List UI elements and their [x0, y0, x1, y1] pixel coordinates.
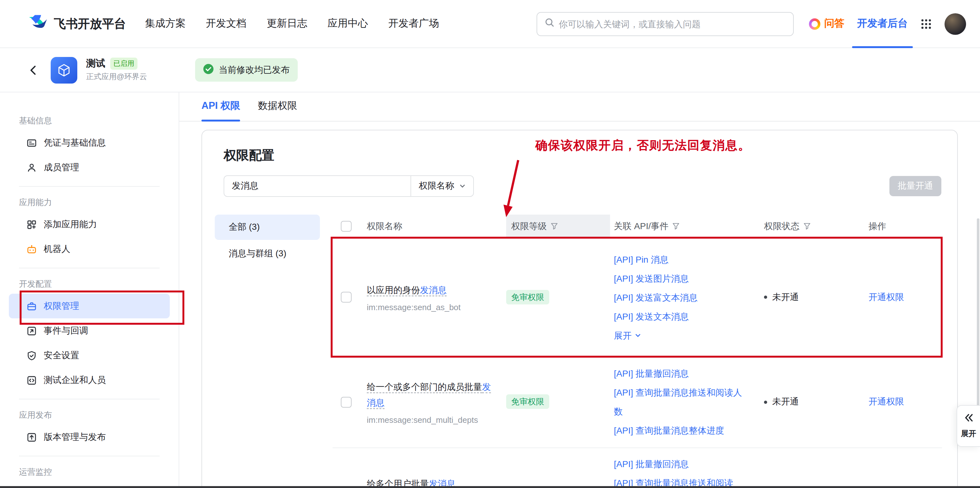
user-avatar[interactable] — [945, 13, 966, 35]
sidebar-divider — [19, 186, 160, 187]
app-meta: 测试 已启用 正式应用@环界云 — [86, 58, 147, 82]
api-link[interactable]: [API] 查询批量消息整体进度 — [614, 421, 743, 440]
nav-item-app-center[interactable]: 应用中心 — [328, 17, 368, 30]
permission-code: im:message:send_as_bot — [367, 303, 491, 312]
qa-link[interactable]: 问答 — [809, 17, 845, 30]
search-field-dropdown[interactable]: 权限名称 — [411, 175, 474, 197]
app-type-label: 正式应用@环界云 — [86, 71, 147, 82]
tab-api-permissions[interactable]: API 权限 — [202, 99, 240, 121]
sidebar-item-events[interactable]: 事件与回调 — [9, 318, 170, 343]
expand-apis-link[interactable]: 展开 — [614, 326, 743, 345]
qa-icon — [809, 18, 820, 29]
topnav-right-group: 问答 开发者后台 — [809, 0, 966, 48]
permission-name[interactable]: 以应用的身份发消息 — [367, 285, 447, 295]
sidebar-item-credentials[interactable]: 凭证与基础信息 — [9, 130, 170, 155]
header-actions: 操作 — [864, 215, 942, 238]
event-callback-icon — [27, 326, 37, 336]
chevron-down-icon — [459, 181, 466, 191]
window-bottom-edge — [0, 486, 980, 488]
feishu-logo[interactable]: 飞书开放平台 — [28, 14, 126, 34]
filter-icon[interactable] — [673, 221, 680, 231]
sidebar-item-version-release[interactable]: 版本管理与发布 — [9, 425, 170, 449]
open-permission-link[interactable]: 开通权限 — [869, 292, 904, 302]
open-permission-link[interactable]: 开通权限 — [869, 396, 904, 406]
category-filter: 全部 (3) 消息与群组 (3) — [215, 215, 320, 488]
sidebar-item-members[interactable]: 成员管理 — [9, 155, 170, 180]
sidebar-section-monitoring: 运营监控 — [19, 466, 170, 478]
level-badge: 免审权限 — [506, 290, 549, 304]
id-card-icon — [27, 138, 37, 148]
nav-item-developer-plaza[interactable]: 开发者广场 — [388, 17, 439, 30]
api-link[interactable]: [API] Pin 消息 — [614, 250, 743, 269]
grid-plus-icon — [27, 219, 37, 230]
status-dot — [764, 400, 767, 404]
permission-code: im:message:send_multi_depts — [367, 415, 491, 425]
header-permission-level: 权限等级 — [506, 215, 610, 238]
list-area: 全部 (3) 消息与群组 (3) 权限名称 权限等级 关联 — [215, 215, 942, 488]
sidebar-item-bot[interactable]: 机器人 — [9, 237, 170, 261]
publish-status-pill: 当前修改均已发布 — [195, 58, 298, 82]
enabled-badge: 已启用 — [110, 58, 137, 70]
main-content: API 权限 数据权限 权限配置 权限名称 批量开通 — [179, 92, 980, 488]
filter-icon[interactable] — [550, 221, 558, 231]
row-checkbox[interactable] — [341, 292, 352, 303]
row-checkbox[interactable] — [341, 396, 352, 407]
header-permission-name: 权限名称 — [360, 215, 506, 238]
upload-square-icon — [27, 432, 37, 442]
permission-search-input[interactable] — [224, 175, 411, 197]
api-link[interactable]: [API] 发送图片消息 — [614, 269, 743, 288]
sidebar-section-release: 应用发布 — [19, 409, 170, 421]
table-row: 给多个用户批量发消息 [API] 批量撤回消息 [API] 查询批量消息推送和阅… — [332, 448, 942, 488]
feishu-logo-icon — [28, 14, 48, 34]
global-search-box[interactable] — [536, 12, 794, 36]
header-related-api: 关联 API/事件 — [610, 215, 762, 238]
filter-icon[interactable] — [803, 221, 811, 231]
api-link[interactable]: [API] 批量撤回消息 — [614, 364, 743, 383]
sidebar-item-permissions[interactable]: 权限管理 — [9, 294, 170, 318]
apps-grid-icon[interactable] — [920, 18, 932, 29]
side-panel-expand-label: 展开 — [961, 428, 976, 439]
sidebar: 基础信息 凭证与基础信息 成员管理 应用能力 添加应用能力 机器人 开发配置 — [0, 92, 179, 488]
sidebar-divider — [19, 456, 160, 456]
category-all[interactable]: 全部 (3) — [215, 215, 320, 240]
app-icon — [51, 57, 77, 83]
side-panel-expand-button[interactable]: 展开 — [956, 405, 980, 447]
sidebar-divider — [19, 268, 160, 268]
api-link[interactable]: [API] 查询批量消息推送和阅读人数 — [614, 383, 743, 421]
permissions-table: 权限名称 权限等级 关联 API/事件 权限状态 — [332, 215, 942, 488]
page-title: 权限配置 — [224, 147, 935, 164]
search-icon — [545, 18, 554, 30]
back-button[interactable] — [25, 62, 42, 78]
nav-item-changelog[interactable]: 更新日志 — [267, 17, 307, 30]
header-permission-status: 权限状态 — [762, 215, 864, 238]
developer-console-tab[interactable]: 开发者后台 — [857, 0, 908, 48]
shield-check-icon — [27, 350, 37, 360]
global-search-input[interactable] — [559, 19, 786, 29]
publish-status-text: 当前修改均已发布 — [218, 64, 290, 76]
sidebar-section-capabilities: 应用能力 — [19, 197, 170, 208]
chevron-down-icon — [635, 326, 641, 345]
primary-nav: 集成方案 开发文档 更新日志 应用中心 开发者广场 — [145, 17, 439, 30]
category-message-group[interactable]: 消息与群组 (3) — [215, 241, 320, 266]
batch-open-button[interactable]: 批量开通 — [889, 176, 941, 196]
permission-tabs: API 权限 数据权限 — [179, 92, 980, 122]
code-square-icon — [27, 375, 37, 385]
sidebar-item-security[interactable]: 安全设置 — [9, 343, 170, 368]
sidebar-section-dev-config: 开发配置 — [19, 279, 170, 290]
api-link[interactable]: [API] 批量撤回消息 — [614, 455, 743, 474]
select-all-checkbox[interactable] — [341, 221, 352, 232]
table-row: 给一个或多个部门的成员批量发消息 im:message:send_multi_d… — [332, 356, 942, 448]
nav-item-integrations[interactable]: 集成方案 — [145, 17, 186, 30]
person-icon — [27, 162, 37, 173]
permission-name[interactable]: 给一个或多个部门的成员批量发消息 — [367, 382, 491, 407]
sidebar-item-test-enterprise[interactable]: 测试企业和人员 — [9, 368, 170, 393]
sidebar-item-add-capability[interactable]: 添加应用能力 — [9, 212, 170, 237]
tab-data-permissions[interactable]: 数据权限 — [258, 99, 297, 121]
robot-icon — [27, 244, 37, 254]
nav-item-docs[interactable]: 开发文档 — [206, 17, 247, 30]
top-navigation: 飞书开放平台 集成方案 开发文档 更新日志 应用中心 开发者广场 问答 开发者后… — [0, 0, 980, 48]
api-link[interactable]: [API] 发送文本消息 — [614, 307, 743, 326]
status-dot — [764, 296, 767, 299]
table-header-row: 权限名称 权限等级 关联 API/事件 权限状态 — [332, 215, 942, 239]
api-link[interactable]: [API] 发送富文本消息 — [614, 288, 743, 307]
